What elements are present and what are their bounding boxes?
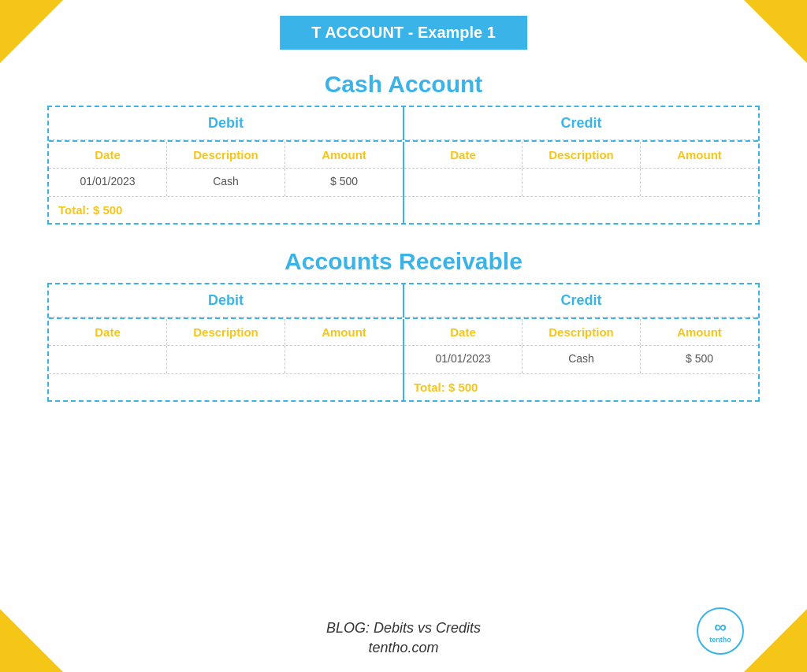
ar-debit-date-col: Date <box>49 319 167 345</box>
main-content: Cash Account Debit Credit Date Descripti… <box>47 71 760 593</box>
cash-account-header-row: Debit Credit <box>49 107 758 142</box>
cash-credit-header: Credit <box>404 107 758 140</box>
ar-debit-amount-0 <box>285 346 403 373</box>
cash-credit-amount-col: Amount <box>641 142 758 168</box>
footer: BLOG: Debits vs Credits tentho.com <box>0 620 807 656</box>
cash-debit-col-headers: Date Description Amount <box>49 142 403 169</box>
ar-debit-total <box>49 374 403 387</box>
tentho-circle: ∞ tentho <box>697 607 744 655</box>
cash-credit-date-col: Date <box>404 142 523 168</box>
ar-debit-desc-0 <box>167 346 285 373</box>
ar-credit-amount-col: Amount <box>641 319 758 345</box>
ar-debit-row-0 <box>49 346 403 374</box>
ar-debit-col-headers: Date Description Amount <box>49 319 403 346</box>
page-title: T ACCOUNT - Example 1 <box>280 16 527 50</box>
ar-debit-amount-col: Amount <box>285 319 403 345</box>
cash-account-body: Date Description Amount 01/01/2023 Cash … <box>49 142 758 223</box>
cash-credit-total <box>404 197 758 210</box>
cash-credit-date-0 <box>404 169 523 196</box>
cash-credit-row-0 <box>404 169 758 197</box>
ar-credit-total: Total: $ 500 <box>404 374 758 400</box>
cash-debit-amount-0: $ 500 <box>285 169 403 196</box>
ar-debit-date-0 <box>49 346 167 373</box>
cash-debit-date-col: Date <box>49 142 167 168</box>
cash-debit-date-0: 01/01/2023 <box>49 169 167 196</box>
ar-debit-side: Debit <box>49 284 404 317</box>
cash-debit-total: Total: $ 500 <box>49 197 403 223</box>
cash-debit-header: Debit <box>49 107 403 140</box>
tentho-logo-text: tentho <box>709 636 731 644</box>
cash-credit-col-headers: Date Description Amount <box>404 142 758 169</box>
cash-debit-row-0: 01/01/2023 Cash $ 500 <box>49 169 403 197</box>
ar-credit-date-0: 01/01/2023 <box>404 346 523 373</box>
cash-credit-amount-0 <box>641 169 758 196</box>
ar-account-header-row: Debit Credit <box>49 284 758 319</box>
cash-credit-side: Credit <box>404 107 758 140</box>
corner-decoration-tr <box>744 0 807 63</box>
cash-account-title: Cash Account <box>47 71 760 98</box>
ar-debit-body: Date Description Amount <box>49 319 404 400</box>
ar-credit-date-col: Date <box>404 319 523 345</box>
cash-debit-amount-col: Amount <box>285 142 403 168</box>
ar-account-section: Accounts Receivable Debit Credit Date De… <box>47 248 760 402</box>
ar-credit-amount-0: $ 500 <box>641 346 758 373</box>
cash-debit-body: Date Description Amount 01/01/2023 Cash … <box>49 142 404 223</box>
ar-credit-desc-col: Description <box>523 319 641 345</box>
corner-decoration-tl <box>0 0 63 63</box>
cash-credit-desc-0 <box>523 169 641 196</box>
cash-credit-desc-col: Description <box>523 142 641 168</box>
ar-debit-desc-col: Description <box>167 319 285 345</box>
cash-debit-desc-col: Description <box>167 142 285 168</box>
footer-url: tentho.com <box>0 640 807 656</box>
cash-debit-desc-0: Cash <box>167 169 285 196</box>
ar-credit-body: Date Description Amount 01/01/2023 Cash … <box>404 319 758 400</box>
footer-blog-text: BLOG: Debits vs Credits <box>0 620 807 637</box>
ar-credit-row-0: 01/01/2023 Cash $ 500 <box>404 346 758 374</box>
ar-debit-header: Debit <box>49 284 403 317</box>
ar-credit-side: Credit <box>404 284 758 317</box>
ar-account-body: Date Description Amount Date Description <box>49 319 758 400</box>
tentho-logo: ∞ tentho <box>697 607 744 655</box>
cash-credit-body: Date Description Amount <box>404 142 758 223</box>
cash-account-section: Cash Account Debit Credit Date Descripti… <box>47 71 760 225</box>
tentho-infinity-icon: ∞ <box>714 618 727 636</box>
ar-account-table: Debit Credit Date Description Amount <box>47 283 760 402</box>
ar-credit-col-headers: Date Description Amount <box>404 319 758 346</box>
cash-debit-side: Debit <box>49 107 404 140</box>
ar-account-title: Accounts Receivable <box>47 248 760 275</box>
ar-credit-desc-0: Cash <box>523 346 641 373</box>
ar-credit-header: Credit <box>404 284 758 317</box>
cash-account-table: Debit Credit Date Description Amount 01/… <box>47 106 760 225</box>
